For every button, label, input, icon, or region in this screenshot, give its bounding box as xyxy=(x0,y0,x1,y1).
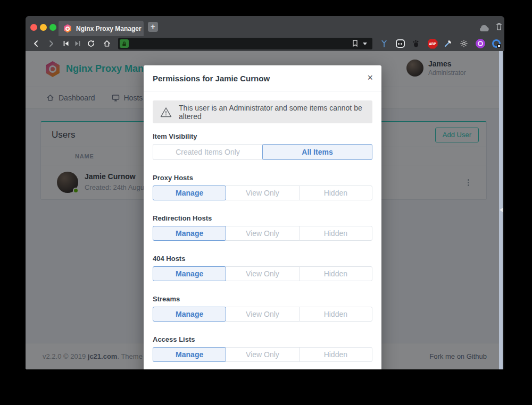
new-tab-button[interactable]: + xyxy=(148,22,158,32)
window-edge xyxy=(503,51,504,369)
access-lists-view-only[interactable]: View Only xyxy=(226,347,299,362)
forward-button[interactable] xyxy=(46,38,56,49)
tab-favicon-icon xyxy=(63,24,72,33)
screen-background: Nginx Proxy Manager + xyxy=(0,0,532,405)
section-label-proxy-hosts: Proxy Hosts xyxy=(153,174,372,182)
redirection-hosts-manage[interactable]: Manage xyxy=(153,226,226,241)
window-close-button[interactable] xyxy=(30,24,37,31)
modal-title: Permissions for Jamie Curnow xyxy=(153,65,270,91)
address-bar[interactable] xyxy=(118,38,372,49)
bookmark-icon[interactable] xyxy=(352,39,359,47)
ext-purple-app-icon[interactable] xyxy=(475,38,486,49)
option-all-items[interactable]: All Items xyxy=(262,144,372,160)
item-visibility-group: Created Items Only All Items xyxy=(153,144,372,160)
proxy-hosts-hidden[interactable]: Hidden xyxy=(299,185,372,200)
modal-header: Permissions for Jamie Curnow × xyxy=(144,65,381,91)
404-hosts-manage[interactable]: Manage xyxy=(153,266,226,281)
modal-body: This user is an Administrator and some i… xyxy=(144,100,381,362)
ext-gear-icon[interactable] xyxy=(458,38,470,49)
permissions-modal: Permissions for Jamie Curnow × This user… xyxy=(144,65,381,369)
section-label-404-hosts: 404 Hosts xyxy=(153,255,372,263)
ext-colorpicker-icon[interactable] xyxy=(442,38,454,49)
404-hosts-group: Manage View Only Hidden xyxy=(153,266,372,281)
access-lists-hidden[interactable]: Hidden xyxy=(299,347,372,362)
option-created-items-only[interactable]: Created Items Only xyxy=(153,144,263,160)
alert-text: This user is an Administrator and some i… xyxy=(179,104,372,121)
fast-forward-button[interactable] xyxy=(72,38,83,49)
browser-tab[interactable]: Nginx Proxy Manager xyxy=(59,21,144,36)
ext-adblock-icon[interactable]: ABP xyxy=(427,38,438,49)
ext-fork-icon[interactable] xyxy=(378,38,390,49)
panel-toggle-arrow-icon[interactable] xyxy=(500,208,503,212)
ext-gnome-foot-icon[interactable] xyxy=(410,38,422,49)
streams-view-only[interactable]: View Only xyxy=(226,307,299,322)
access-lists-manage[interactable]: Manage xyxy=(153,347,226,362)
access-lists-group: Manage View Only Hidden xyxy=(153,347,372,362)
rewind-button[interactable] xyxy=(61,38,71,49)
streams-group: Manage View Only Hidden xyxy=(153,307,372,322)
404-hosts-view-only[interactable]: View Only xyxy=(226,266,299,281)
streams-manage[interactable]: Manage xyxy=(153,307,226,322)
sync-cloud-icon[interactable] xyxy=(478,24,490,32)
browser-window: Nginx Proxy Manager + xyxy=(26,16,504,369)
window-minimize-button[interactable] xyxy=(40,24,47,31)
window-zoom-button[interactable] xyxy=(49,24,56,31)
redirection-hosts-group: Manage View Only Hidden xyxy=(153,226,372,241)
warning-icon xyxy=(160,107,172,117)
streams-hidden[interactable]: Hidden xyxy=(299,307,372,322)
redirection-hosts-view-only[interactable]: View Only xyxy=(226,226,299,241)
ext-container-icon[interactable] xyxy=(394,38,406,49)
tab-title: Nginx Proxy Manager xyxy=(76,25,142,32)
section-label-streams: Streams xyxy=(153,295,372,303)
modal-close-button[interactable]: × xyxy=(367,65,373,90)
admin-warning-alert: This user is an Administrator and some i… xyxy=(153,100,372,123)
site-security-lock-icon[interactable] xyxy=(120,39,129,48)
bookmark-dropdown-icon[interactable] xyxy=(363,43,367,45)
ext-privacy-lock-icon[interactable] xyxy=(491,38,502,49)
back-button[interactable] xyxy=(31,38,41,49)
section-label-item-visibility: Item Visibility xyxy=(153,132,372,140)
proxy-hosts-manage[interactable]: Manage xyxy=(153,185,226,200)
section-label-redirection-hosts: Redirection Hosts xyxy=(153,214,372,222)
404-hosts-hidden[interactable]: Hidden xyxy=(299,266,372,281)
section-label-access-lists: Access Lists xyxy=(153,335,372,343)
proxy-hosts-group: Manage View Only Hidden xyxy=(153,185,372,200)
trash-icon[interactable] xyxy=(495,22,503,31)
proxy-hosts-view-only[interactable]: View Only xyxy=(226,185,299,200)
browser-tab-bar: Nginx Proxy Manager + xyxy=(26,16,504,36)
reload-button[interactable] xyxy=(86,38,96,49)
home-button[interactable] xyxy=(102,38,112,49)
redirection-hosts-hidden[interactable]: Hidden xyxy=(299,226,372,241)
